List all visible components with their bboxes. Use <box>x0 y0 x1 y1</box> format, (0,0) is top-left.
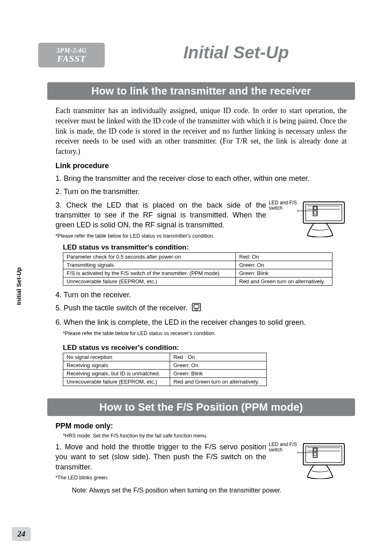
step-3-row: 3. Check the LED that is placed on the b… <box>55 200 347 240</box>
svg-rect-13 <box>306 446 342 462</box>
section-fs-bar: How to Set the F/S Position (PPM mode) <box>47 398 355 416</box>
tx-table-title: LED status vs transmitter's condition: <box>63 243 347 252</box>
step-3-text: 3. Check the LED that is placed on the b… <box>55 200 266 240</box>
table-row: Parameter check for 0.5 seconds after po… <box>63 252 332 261</box>
step-6-note: *Please refer the table below for LED st… <box>63 331 347 336</box>
cell: Parameter check for 0.5 seconds after po… <box>63 252 236 261</box>
fs-step-1-note: *The LED blinks green. <box>55 475 108 481</box>
cell: Receiving signals <box>63 361 170 369</box>
table-row: Transmitting signalsGreen: On <box>63 261 332 269</box>
transmitter-icon <box>297 442 347 479</box>
svg-rect-5 <box>314 207 316 210</box>
fig-label-2: LED and F/S switch <box>269 442 297 453</box>
table-row: Unrecoverable failure (EEPROM, etc.)Red … <box>63 277 332 285</box>
cell: Green: On <box>170 361 267 369</box>
table-row: F/S is activated by the F/S switch of th… <box>63 269 332 277</box>
hrs-mode-note: *HRS mode: Set the F/S function by the f… <box>63 433 347 439</box>
svg-rect-18 <box>314 453 316 456</box>
transmitter-figure-2: LED and F/S switch <box>269 442 347 479</box>
step-3-note: *Please refer the table below for LED st… <box>55 233 214 239</box>
model-badge: 3PM-2.4G FASST <box>38 43 105 67</box>
ppm-mode-head: PPM mode only: <box>55 422 347 430</box>
section1-intro: Each transmitter has an individually ass… <box>55 106 347 157</box>
page-number-text: 24 <box>18 530 25 539</box>
rx-table-title: LED status vs receiver's condition: <box>63 344 347 352</box>
cell: Green: On <box>236 261 332 269</box>
tactile-switch-icon: SW <box>192 303 201 314</box>
svg-rect-17 <box>314 449 316 452</box>
cell: Red and Green turn on alternatively. <box>170 377 267 386</box>
fs-step-1-row: 1. Move and hold the throttle trigger to… <box>55 442 347 482</box>
page-title: Initial Set-Up <box>117 43 355 62</box>
step-1: 1. Bring the transmitter and the receive… <box>55 173 347 183</box>
fig-label-1: LED and F/S switch <box>269 200 297 211</box>
transmitter-figure-1: LED and F/S switch <box>269 200 347 237</box>
cell: Unrecoverable failure (EEPROM, etc.) <box>63 377 170 386</box>
table-row: Receiving signalsGreen: On <box>63 361 267 369</box>
cell: Red : On <box>170 353 267 361</box>
svg-text:SW: SW <box>195 308 198 311</box>
page: 3PM-2.4G FASST Initial Set-Up How to lin… <box>0 0 392 555</box>
cell: Red: On <box>236 252 332 261</box>
fs-step-1-text: 1. Move and hold the throttle trigger to… <box>55 442 266 482</box>
fs-step-1: 1. Move and hold the throttle trigger to… <box>55 443 266 471</box>
step-5-row: 5. Push the tactile switch of the receiv… <box>55 303 347 314</box>
table-row: Receiving signals, but ID is unmatched.G… <box>63 369 267 377</box>
link-procedure-head: Link procedure <box>55 162 347 170</box>
header-row: 3PM-2.4G FASST Initial Set-Up <box>47 45 355 70</box>
svg-rect-6 <box>314 211 316 214</box>
page-number: 24 <box>12 527 31 541</box>
side-tab: Initial Set-Up <box>15 267 22 305</box>
table-row: No signal receptionRed : On <box>63 353 267 361</box>
step-6: 6. When the link is complete, the LED in… <box>55 317 347 327</box>
cell: Receiving signals, but ID is unmatched. <box>63 369 170 377</box>
section2-area: How to Set the F/S Position (PPM mode) P… <box>47 398 355 494</box>
cell: Red and Green turn on alternatively. <box>236 277 332 285</box>
cell: Green: Blink <box>170 369 267 377</box>
svg-rect-12 <box>303 444 344 465</box>
cell: Unrecoverable failure (EEPROM, etc.) <box>63 277 236 285</box>
transmitter-icon <box>297 200 347 237</box>
table-row: Unrecoverable failure (EEPROM, etc.)Red … <box>63 377 267 386</box>
cell: F/S is activated by the F/S switch of th… <box>63 269 236 277</box>
section-link-bar: How to link the transmitter and the rece… <box>47 82 355 100</box>
svg-rect-0 <box>303 202 344 223</box>
fs-note: Note: Always set the F/S position when t… <box>72 487 347 494</box>
step-5: 5. Push the tactile switch of the receiv… <box>55 304 187 312</box>
step-2: 2. Turn on the transmitter. <box>55 187 347 197</box>
svg-rect-1 <box>306 204 342 221</box>
rx-table: No signal receptionRed : On Receiving si… <box>63 353 267 386</box>
cell: No signal reception <box>63 353 170 361</box>
badge-bottom: FASST <box>57 54 86 63</box>
step-3: 3. Check the LED that is placed on the b… <box>55 201 266 229</box>
tx-table: Parameter check for 0.5 seconds after po… <box>63 252 332 286</box>
cell: Transmitting signals <box>63 261 236 269</box>
cell: Green: Blink <box>236 269 332 277</box>
step-4: 4. Turn on the receiver. <box>55 290 347 300</box>
svg-rect-10 <box>194 305 199 308</box>
